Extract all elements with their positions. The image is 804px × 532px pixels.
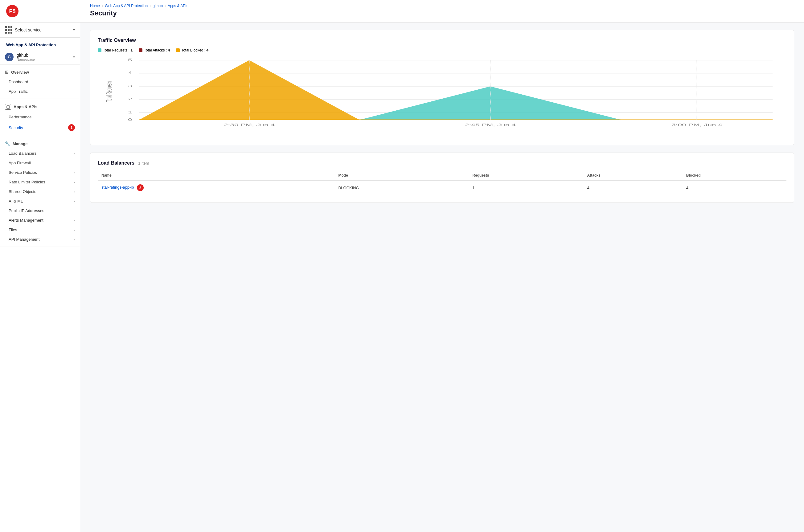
- sidebar-item-load-balancers[interactable]: Load Balancers ›: [0, 149, 80, 158]
- sidebar-item-dashboard-label: Dashboard: [8, 79, 28, 84]
- namespace-avatar: G: [5, 53, 14, 61]
- chevron-right-icon: ›: [74, 180, 75, 184]
- namespace-item[interactable]: G github Namespace ▾: [0, 50, 80, 65]
- lb-col-mode: Mode: [334, 171, 468, 180]
- breadcrumb-github[interactable]: github: [153, 4, 163, 8]
- sidebar-item-dashboard[interactable]: Dashboard: [0, 77, 80, 87]
- sidebar-item-security[interactable]: Security 1: [0, 122, 80, 133]
- sidebar-item-alerts-management[interactable]: Alerts Management ›: [0, 215, 80, 225]
- nav-group-manage-label: Manage: [13, 141, 27, 146]
- sidebar-item-app-traffic-label: App Traffic: [8, 89, 28, 94]
- sidebar-item-api-management-label: API Management: [8, 237, 39, 242]
- svg-text:F5: F5: [9, 8, 15, 15]
- main-content-area: Home › Web App & API Protection › github…: [80, 0, 804, 532]
- sidebar-item-ai-ml[interactable]: AI & ML ›: [0, 196, 80, 206]
- nav-group-manage-title: 🔧 Manage: [0, 139, 80, 149]
- lb-count: 1 item: [138, 161, 149, 166]
- sidebar-item-service-policies-label: Service Policies: [8, 170, 37, 175]
- svg-text:0: 0: [128, 118, 132, 121]
- legend-dot-attacks: [139, 49, 142, 52]
- breadcrumb-sep-1: ›: [102, 4, 103, 8]
- lb-row-mode: BLOCKING: [334, 180, 468, 195]
- traffic-chart: 5 4 3 2 1 0 Total Requests: [98, 57, 786, 137]
- sidebar-item-service-policies[interactable]: Service Policies ›: [0, 168, 80, 177]
- traffic-overview-title: Traffic Overview: [98, 38, 786, 43]
- lb-name-link[interactable]: star-ratings-app-lb: [101, 185, 134, 190]
- lb-col-blocked: Blocked: [683, 171, 786, 180]
- lb-col-name: Name: [98, 171, 334, 180]
- sidebar-item-app-traffic[interactable]: App Traffic: [0, 87, 80, 96]
- breadcrumb-apps-apis[interactable]: Apps & APIs: [168, 4, 188, 8]
- namespace-info: github Namespace: [17, 53, 70, 61]
- overview-icon: ⊞: [5, 70, 8, 75]
- sidebar-item-performance-label: Performance: [8, 115, 32, 119]
- breadcrumb-sep-2: ›: [150, 4, 151, 8]
- namespace-chevron-icon: ▾: [73, 55, 75, 59]
- svg-text:5: 5: [128, 58, 132, 62]
- legend-total-attacks: Total Attacks : 4: [139, 48, 170, 52]
- sidebar: F5 Select service ▾ Web App & API Protec…: [0, 0, 80, 532]
- breadcrumb-home[interactable]: Home: [90, 4, 100, 8]
- lb-row-badge: 2: [137, 184, 143, 191]
- sidebar-item-public-ip-addresses[interactable]: Public IP Addresses: [0, 206, 80, 215]
- sidebar-item-files-label: Files: [8, 227, 17, 232]
- chevron-right-icon: ›: [74, 238, 75, 241]
- lb-card-header: Load Balancers 1 item: [98, 160, 786, 166]
- nav-group-overview-label: Overview: [11, 70, 29, 75]
- traffic-overview-card: Traffic Overview Total Requests : 1 Tota…: [90, 30, 794, 145]
- sidebar-item-alerts-management-label: Alerts Management: [8, 218, 43, 223]
- lb-table: Name Mode Requests Attacks Blocked star-…: [98, 171, 786, 195]
- page-title: Security: [90, 9, 794, 17]
- logo-area: F5: [0, 0, 80, 22]
- svg-text:2:45 PM, Jun 4: 2:45 PM, Jun 4: [465, 123, 516, 127]
- legend-blocked-label: Total Blocked : 4: [181, 48, 208, 52]
- f5-logo: F5: [6, 5, 19, 17]
- legend-dot-blocked: [176, 49, 180, 52]
- sidebar-item-performance[interactable]: Performance: [0, 112, 80, 122]
- legend-requests-label: Total Requests : 1: [103, 48, 133, 52]
- chevron-down-icon: ▾: [73, 28, 75, 32]
- sidebar-item-files[interactable]: Files ›: [0, 225, 80, 234]
- lb-table-header-row: Name Mode Requests Attacks Blocked: [98, 171, 786, 180]
- load-balancers-card: Load Balancers 1 item Name Mode Requests…: [90, 153, 794, 203]
- chevron-right-icon: ›: [74, 228, 75, 232]
- main-header: Home › Web App & API Protection › github…: [80, 0, 804, 22]
- svg-text:2: 2: [128, 97, 132, 101]
- chevron-right-icon: ›: [74, 190, 75, 194]
- chevron-right-icon: ›: [74, 200, 75, 203]
- chevron-right-icon: ›: [74, 152, 75, 155]
- breadcrumb-waap[interactable]: Web App & API Protection: [105, 4, 148, 8]
- namespace-name: github: [17, 53, 70, 58]
- sidebar-item-public-ip-addresses-label: Public IP Addresses: [8, 208, 44, 213]
- sidebar-item-rate-limiter-policies-label: Rate Limiter Policies: [8, 180, 45, 184]
- chevron-right-icon: ›: [74, 171, 75, 174]
- main-content: Traffic Overview Total Requests : 1 Tota…: [80, 22, 804, 217]
- service-select[interactable]: Select service ▾: [0, 22, 80, 38]
- svg-text:Total Requests: Total Requests: [104, 81, 113, 102]
- svg-text:1: 1: [128, 111, 132, 114]
- lb-col-requests: Requests: [468, 171, 583, 180]
- apps-apis-icon: ▢: [5, 104, 11, 110]
- legend-total-blocked: Total Blocked : 4: [176, 48, 208, 52]
- svg-text:3:00 PM, Jun 4: 3:00 PM, Jun 4: [671, 123, 722, 127]
- sidebar-item-app-firewall[interactable]: App Firewall: [0, 158, 80, 168]
- svg-text:3: 3: [128, 84, 132, 88]
- grid-icon: [5, 26, 12, 34]
- nav-group-apps-apis: ▢ Apps & APIs Performance Security 1: [0, 99, 80, 136]
- legend-attacks-label: Total Attacks : 4: [144, 48, 170, 52]
- svg-text:2:30 PM, Jun 4: 2:30 PM, Jun 4: [224, 123, 275, 127]
- breadcrumb-sep-3: ›: [165, 4, 166, 8]
- lb-row-attacks: 4: [583, 180, 683, 195]
- sidebar-item-shared-objects[interactable]: Shared Objects ›: [0, 187, 80, 196]
- sidebar-section-title: Web App & API Protection: [0, 38, 80, 50]
- svg-text:4: 4: [128, 71, 132, 75]
- chart-svg: 5 4 3 2 1 0 Total Requests: [98, 57, 786, 131]
- sidebar-item-api-management[interactable]: API Management ›: [0, 234, 80, 244]
- sidebar-item-rate-limiter-policies[interactable]: Rate Limiter Policies ›: [0, 177, 80, 187]
- manage-icon: 🔧: [5, 141, 10, 146]
- sidebar-item-ai-ml-label: AI & ML: [8, 199, 23, 204]
- nav-group-apps-apis-title: ▢ Apps & APIs: [0, 101, 80, 112]
- legend-dot-requests: [98, 49, 101, 52]
- nav-group-overview: ⊞ Overview Dashboard App Traffic: [0, 65, 80, 99]
- lb-row-name: star-ratings-app-lb 2: [98, 180, 334, 195]
